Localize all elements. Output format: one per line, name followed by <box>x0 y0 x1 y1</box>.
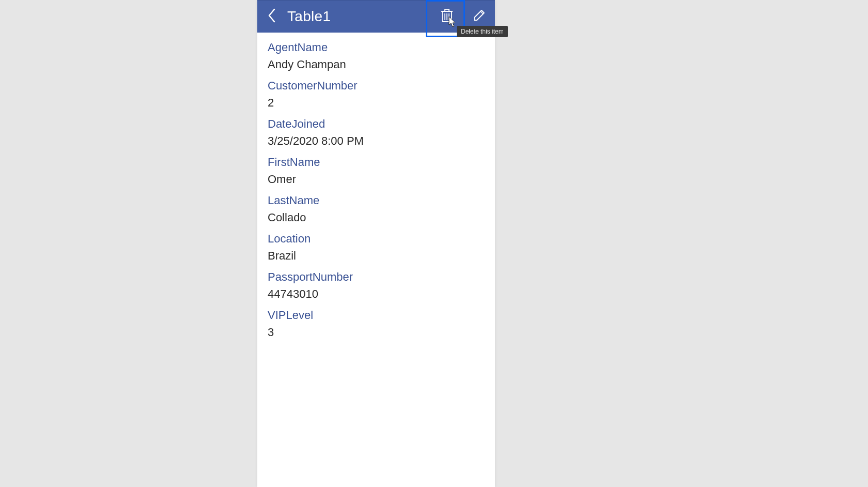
field-value: Omer <box>268 171 486 188</box>
field-datejoined: DateJoined 3/25/2020 8:00 PM <box>268 116 486 149</box>
field-label: Location <box>268 231 486 247</box>
svg-rect-2 <box>445 9 449 11</box>
field-lastname: LastName Collado <box>268 193 486 226</box>
pencil-icon <box>472 8 486 25</box>
field-value: 3 <box>268 324 486 341</box>
field-label: FirstName <box>268 155 486 170</box>
field-firstname: FirstName Omer <box>268 155 486 188</box>
app-frame: Table1 A <box>257 0 495 487</box>
trash-icon <box>440 8 454 25</box>
field-value: Brazil <box>268 248 486 264</box>
field-label: VIPLevel <box>268 308 486 323</box>
field-location: Location Brazil <box>268 231 486 264</box>
field-value: Andy Champan <box>268 56 486 73</box>
detail-form: AgentName Andy Champan CustomerNumber 2 … <box>257 33 495 341</box>
field-agentname: AgentName Andy Champan <box>268 40 486 73</box>
field-viplevel: VIPLevel 3 <box>268 308 486 341</box>
delete-tooltip: Delete this item <box>457 26 508 37</box>
field-label: CustomerNumber <box>268 78 486 94</box>
field-value: 3/25/2020 8:00 PM <box>268 133 486 149</box>
back-button[interactable] <box>257 1 287 33</box>
field-label: DateJoined <box>268 116 486 132</box>
field-customernumber: CustomerNumber 2 <box>268 78 486 111</box>
chevron-left-icon <box>267 8 277 25</box>
field-value: Collado <box>268 209 486 226</box>
field-passportnumber: PassportNumber 44743010 <box>268 269 486 302</box>
page-title: Table1 <box>287 8 431 25</box>
field-label: PassportNumber <box>268 269 486 285</box>
field-value: 2 <box>268 95 486 111</box>
field-label: AgentName <box>268 40 486 55</box>
field-value: 44743010 <box>268 286 486 302</box>
field-label: LastName <box>268 193 486 208</box>
